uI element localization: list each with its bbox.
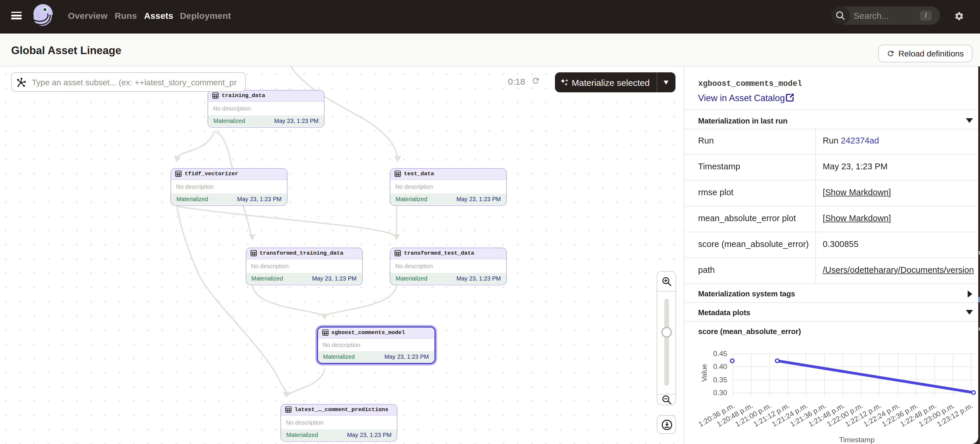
svg-text:0.30: 0.30 [713, 389, 727, 397]
svg-text:0.45: 0.45 [713, 350, 727, 358]
svg-text:0.40: 0.40 [713, 363, 727, 371]
svg-text:Timestamp: Timestamp [839, 436, 875, 444]
svg-text:0.35: 0.35 [713, 376, 727, 384]
svg-text:Value: Value [700, 364, 708, 382]
